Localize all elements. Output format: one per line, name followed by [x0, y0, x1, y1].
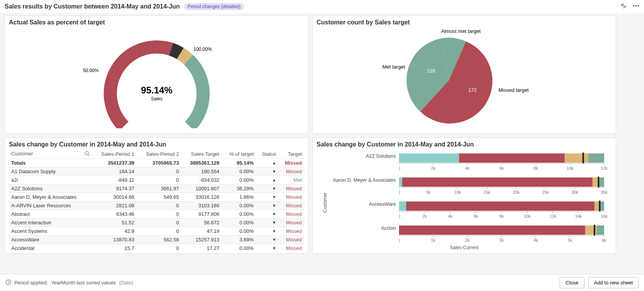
table-row[interactable]: AccessWare13870.83562.5815257.9133.69%▼M…: [9, 236, 304, 244]
svg-text:10k: 10k: [567, 166, 574, 170]
more-icon[interactable]: [632, 2, 639, 9]
period-changes-badge[interactable]: Period changes (detailed): [184, 3, 245, 10]
page-title: Sales results by Customer between 2014-M…: [5, 3, 180, 10]
cell-p2: 0: [137, 219, 181, 227]
table-row[interactable]: A2Z Solutions9174.373661.9710091.80736.2…: [9, 184, 304, 193]
svg-text:5k: 5k: [568, 238, 572, 243]
cell-customer: AccessWare: [9, 236, 92, 244]
card-table[interactable]: Sales change by Customer in 2014-May and…: [5, 138, 308, 254]
cell-pct: 3.69%: [222, 236, 256, 244]
cell-customer: Accent Interactive: [9, 219, 92, 227]
svg-rect-74: [594, 225, 595, 236]
svg-line-4: [88, 155, 89, 156]
card-bars[interactable]: Sales change by Customer in 2014-May and…: [312, 138, 616, 254]
cell-p2: 3705965.73: [137, 159, 181, 167]
sales-table: Customer Sales-Period 1 Sales-Period 2 S…: [9, 150, 304, 252]
card-pie[interactable]: Customer count by Sales target 116 172 A…: [312, 15, 616, 134]
pie-almost-label: Almost met target: [441, 28, 481, 34]
table-row[interactable]: A1 Datacom Supply164.140180.5540.00%▼Mis…: [9, 167, 304, 176]
svg-text:2k: 2k: [431, 166, 436, 170]
cell-status: ▼: [256, 193, 279, 201]
cell-customer: Accidental: [9, 244, 92, 253]
cell-p1: 42.9: [92, 227, 137, 236]
svg-text:3k: 3k: [499, 238, 504, 243]
card-gauge[interactable]: Actual Sales as percent of target 95.14%…: [5, 15, 308, 134]
gauge-sublabel: Sales: [151, 96, 162, 102]
col-tgt[interactable]: Sales-Target: [181, 150, 221, 159]
svg-text:35k: 35k: [601, 190, 608, 195]
cell-status: ▼: [256, 210, 279, 219]
cell-status: ▼: [256, 184, 279, 193]
svg-text:12k: 12k: [601, 166, 608, 170]
col-p1[interactable]: Sales-Period 1: [92, 150, 137, 159]
table-row[interactable]: Aaron D. Meyer & Associates30014.66549.6…: [9, 193, 304, 201]
collapse-icon[interactable]: [620, 2, 627, 9]
add-to-sheet-button[interactable]: Add to new sheet: [588, 277, 639, 288]
cell-p2: 0: [137, 244, 181, 253]
svg-rect-50: [399, 201, 406, 211]
cell-status: ▼: [256, 219, 279, 227]
cell-p1: 30014.66: [92, 193, 137, 201]
svg-rect-28: [399, 177, 402, 187]
table-header-row: Customer Sales-Period 1 Sales-Period 2 S…: [9, 150, 304, 159]
bar-row: Aaron D. Meyer & Associates05k10k15k20k2…: [326, 174, 612, 198]
close-button[interactable]: Close: [560, 277, 584, 288]
col-target[interactable]: Target: [278, 150, 304, 159]
svg-text:6k: 6k: [602, 238, 606, 243]
cell-pct: 95.14%: [222, 159, 256, 167]
cell-customer: A2Z Solutions: [9, 184, 92, 193]
cell-p1: 8343.46: [92, 210, 137, 219]
table-row[interactable]: a2i-849.120-934.0320.00%▲Met: [9, 176, 304, 184]
cell-pct: 0.00%: [222, 167, 256, 176]
footer-label: Period applied:: [14, 280, 48, 286]
svg-text:8k: 8k: [499, 214, 504, 219]
header-actions: [620, 2, 639, 9]
col-pct[interactable]: % of target: [222, 150, 256, 159]
cell-customer: Abstract: [9, 210, 92, 219]
cell-pct: 0.00%: [222, 227, 256, 236]
svg-text:0: 0: [399, 190, 400, 195]
svg-text:6k: 6k: [499, 166, 504, 170]
cell-target: Missed: [278, 219, 304, 227]
gauge-tick-2: 100.00%: [194, 46, 212, 52]
cell-target: Missed: [278, 167, 304, 176]
cell-p2: 3661.97: [137, 184, 181, 193]
pie-met-label: Met target: [382, 64, 405, 70]
cell-tgt: 3103.188: [181, 201, 221, 210]
table-row[interactable]: Accent Interactive51.52056.6720.00%▼Miss…: [9, 219, 304, 227]
search-icon[interactable]: [84, 151, 90, 157]
cell-status: ▼: [256, 227, 279, 236]
table-row[interactable]: Accidental15.7017.270.00%▼Missed: [9, 244, 304, 253]
svg-text:10k: 10k: [524, 214, 531, 219]
page-header: Sales results by Customer between 2014-M…: [0, 0, 644, 13]
svg-text:30k: 30k: [571, 190, 578, 195]
svg-point-2: [637, 5, 639, 6]
cell-customer: A1 Datacom Supply: [9, 167, 92, 176]
cell-tgt: 180.554: [181, 167, 221, 176]
table-row[interactable]: Totals3541237.393705965.733895361.12995.…: [9, 159, 304, 167]
table-row[interactable]: Accent Systems42.9047.190.00%▼Missed: [9, 227, 304, 236]
svg-rect-27: [599, 177, 604, 187]
cell-pct: 0.00%: [222, 244, 256, 253]
cell-status: ▼: [256, 236, 279, 244]
cell-target: Missed: [278, 236, 304, 244]
table-row[interactable]: Abstract8343.4609177.8060.00%▼Missed: [9, 210, 304, 219]
cell-p1: 164.14: [92, 167, 137, 176]
svg-rect-29: [598, 177, 599, 188]
col-status[interactable]: Status: [256, 150, 279, 159]
svg-rect-25: [399, 177, 593, 187]
col-p2[interactable]: Sales-Period 2: [137, 150, 181, 159]
table-row[interactable]: A-ARVIN Laser Resources2821.0803103.1880…: [9, 201, 304, 210]
cell-p2: 0: [137, 176, 181, 184]
svg-text:25k: 25k: [542, 190, 549, 195]
cell-target: Met: [278, 176, 304, 184]
svg-text:12k: 12k: [550, 214, 557, 219]
svg-text:0: 0: [399, 166, 400, 170]
bars-title: Sales change by Customer in 2014-May and…: [317, 141, 612, 148]
svg-rect-8: [399, 153, 459, 163]
svg-rect-6: [565, 153, 588, 163]
col-customer[interactable]: Customer: [9, 150, 92, 159]
cell-target: Missed: [278, 244, 304, 253]
svg-text:4k: 4k: [534, 238, 538, 243]
cell-pct: 36.29%: [222, 184, 256, 193]
